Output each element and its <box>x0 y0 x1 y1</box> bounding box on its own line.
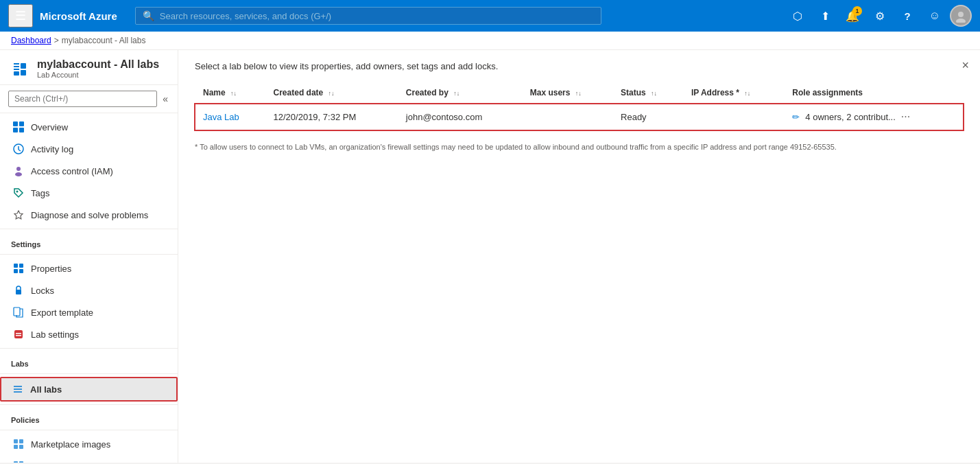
activity-log-icon <box>13 143 24 154</box>
help-button[interactable]: ? <box>895 3 920 28</box>
breadcrumb-dashboard[interactable]: Dashboard <box>11 36 51 45</box>
settings-button[interactable]: ⚙ <box>868 3 892 28</box>
svg-point-0 <box>958 12 964 17</box>
lab-name-link[interactable]: Java Lab <box>203 112 239 122</box>
col-created-by[interactable]: Created by ↑↓ <box>398 82 522 104</box>
sidebar-item-access-control[interactable]: Access control (IAM) <box>0 160 178 182</box>
search-icon: 🔍 <box>143 10 154 21</box>
sidebar-search-bar: « <box>0 85 178 113</box>
avatar[interactable] <box>950 5 972 27</box>
cell-created-by: john@contoso.com <box>398 104 522 130</box>
col-ip-address[interactable]: IP Address * ↑↓ <box>683 82 784 104</box>
notifications-button[interactable]: 🔔 1 <box>840 3 865 28</box>
col-role-assignments[interactable]: Role assignments <box>784 82 964 104</box>
sidebar-title: mylabaccount - All labs <box>37 58 159 71</box>
svg-rect-20 <box>14 269 18 273</box>
labs-divider <box>0 348 178 349</box>
sidebar-item-marketplace-images[interactable]: Marketplace images <box>0 433 178 455</box>
svg-rect-2 <box>14 63 19 65</box>
upload-icon: ⬆ <box>821 10 830 23</box>
sort-arrows-max: ↑↓ <box>575 90 582 97</box>
topbar: ☰ Microsoft Azure 🔍 ⬡ ⬆ 🔔 1 ⚙ ? ☺ <box>0 0 980 32</box>
sidebar-item-lab-settings[interactable]: Lab settings <box>0 323 178 345</box>
svg-rect-3 <box>14 66 19 67</box>
table-row[interactable]: Java Lab 12/20/2019, 7:32 PM john@contos… <box>195 104 964 130</box>
cloud-shell-button[interactable]: ⬡ <box>785 3 810 28</box>
sort-arrows-by: ↑↓ <box>453 90 459 97</box>
sidebar-subtitle: Lab Account <box>37 71 159 79</box>
svg-point-16 <box>15 172 22 176</box>
svg-rect-4 <box>14 69 19 70</box>
sidebar-item-diagnose[interactable]: Diagnose and solve problems <box>0 204 178 226</box>
role-assignment-text: 4 owners, 2 contribut... <box>805 112 896 122</box>
svg-rect-33 <box>19 445 23 449</box>
svg-rect-23 <box>14 308 20 316</box>
sidebar-item-all-labs[interactable]: All labs <box>0 377 178 402</box>
sidebar-item-label: Activity log <box>31 144 73 154</box>
policies-divider <box>0 404 178 405</box>
cloud-shell-icon: ⬡ <box>793 10 802 23</box>
svg-rect-30 <box>14 439 18 443</box>
upload-button[interactable]: ⬆ <box>813 3 837 28</box>
sidebar-item-locks[interactable]: Locks <box>0 279 178 301</box>
policies-section-label: Policies <box>0 408 178 427</box>
svg-rect-7 <box>14 71 19 76</box>
properties-icon <box>13 263 24 274</box>
svg-point-15 <box>16 167 21 171</box>
table-header-row: Name ↑↓ Created date ↑↓ Created by ↑↓ Ma… <box>195 82 964 104</box>
cell-max-users <box>522 104 612 130</box>
sidebar-search-input[interactable] <box>8 91 157 107</box>
sidebar-item-export-template[interactable]: Export template <box>0 301 178 323</box>
sort-arrows-date: ↑↓ <box>328 90 335 97</box>
sidebar-item-label: Diagnose and solve problems <box>31 210 148 220</box>
sidebar-item-properties[interactable]: Properties <box>0 257 178 279</box>
app-logo: Microsoft Azure <box>40 10 117 22</box>
col-status[interactable]: Status ↑↓ <box>612 82 683 104</box>
labs-divider2 <box>0 373 178 374</box>
breadcrumb-current: mylabaccount - All labs <box>62 36 146 45</box>
svg-rect-24 <box>14 330 23 338</box>
search-input[interactable] <box>160 11 594 21</box>
sidebar-item-tags[interactable]: Tags <box>0 182 178 204</box>
breadcrumb-separator: > <box>54 36 59 45</box>
marketplace-icon <box>13 439 24 450</box>
col-max-users[interactable]: Max users ↑↓ <box>522 82 612 104</box>
svg-rect-26 <box>16 335 21 336</box>
close-button[interactable]: × <box>961 58 969 73</box>
svg-rect-22 <box>16 290 21 294</box>
feedback-icon: ☺ <box>929 10 940 22</box>
col-name[interactable]: Name ↑↓ <box>195 82 265 104</box>
role-assignment-container: ✏ 4 owners, 2 contribut... ··· <box>792 111 955 123</box>
cell-status: Ready <box>612 104 683 130</box>
svg-rect-11 <box>19 128 24 132</box>
policies-divider2 <box>0 430 178 430</box>
svg-point-1 <box>956 19 966 23</box>
svg-rect-5 <box>21 63 26 69</box>
sort-arrows-ip: ↑↓ <box>744 90 750 97</box>
content-description: Select a lab below to view its propertie… <box>195 61 964 71</box>
sidebar-item-shared-image-gallery[interactable]: Shared image gallery <box>0 455 178 463</box>
svg-rect-9 <box>19 121 24 126</box>
svg-rect-34 <box>14 461 18 463</box>
hamburger-menu[interactable]: ☰ <box>8 4 33 27</box>
sidebar-item-activity-log[interactable]: Activity log <box>0 138 178 160</box>
sidebar-header-icon <box>11 60 30 79</box>
shared-gallery-icon <box>13 461 24 463</box>
overview-icon <box>13 121 24 132</box>
feedback-button[interactable]: ☺ <box>922 3 947 28</box>
more-options-icon[interactable]: ··· <box>901 111 910 123</box>
col-created-date[interactable]: Created date ↑↓ <box>265 82 398 104</box>
sidebar-item-label: Properties <box>31 264 71 274</box>
svg-rect-18 <box>14 264 18 268</box>
sidebar: mylabaccount - All labs Lab Account « Ov… <box>0 50 178 463</box>
sidebar-item-label: Shared image gallery <box>31 461 115 463</box>
notification-badge: 1 <box>852 6 862 16</box>
lab-settings-icon <box>13 329 24 340</box>
access-control-icon <box>13 165 24 176</box>
sidebar-item-overview[interactable]: Overview <box>0 116 178 138</box>
edit-icon[interactable]: ✏ <box>792 112 800 122</box>
svg-rect-32 <box>14 445 18 449</box>
svg-line-14 <box>19 150 21 151</box>
sidebar-collapse-button[interactable]: « <box>161 92 169 106</box>
help-icon: ? <box>904 10 910 22</box>
